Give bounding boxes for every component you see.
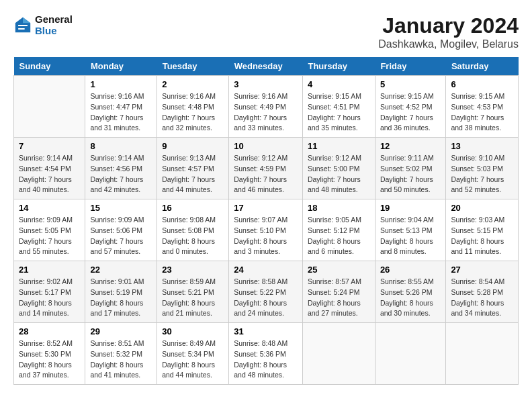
- calendar-cell: 14Sunrise: 9:09 AMSunset: 5:05 PMDayligh…: [14, 199, 85, 261]
- day-number: 3: [234, 79, 298, 89]
- calendar-cell: 20Sunrise: 9:03 AMSunset: 5:15 PMDayligh…: [446, 199, 519, 261]
- calendar-cell: 5Sunrise: 9:15 AMSunset: 4:52 PMDaylight…: [375, 76, 446, 138]
- day-info: Sunrise: 8:54 AMSunset: 5:28 PMDaylight:…: [451, 277, 513, 319]
- calendar-cell: [375, 323, 446, 385]
- day-number: 26: [380, 265, 441, 275]
- weekday-header-row: SundayMondayTuesdayWednesdayThursdayFrid…: [14, 57, 519, 76]
- day-number: 9: [162, 141, 224, 151]
- weekday-header-tuesday: Tuesday: [157, 57, 229, 76]
- calendar-cell: 12Sunrise: 9:11 AMSunset: 5:02 PMDayligh…: [375, 138, 446, 199]
- day-number: 11: [308, 141, 370, 151]
- day-info: Sunrise: 9:15 AMSunset: 4:52 PMDaylight:…: [380, 91, 441, 134]
- week-row-0: 1Sunrise: 9:16 AMSunset: 4:47 PMDaylight…: [14, 76, 519, 138]
- weekday-header-saturday: Saturday: [446, 57, 519, 76]
- calendar-cell: 16Sunrise: 9:08 AMSunset: 5:08 PMDayligh…: [157, 199, 229, 261]
- calendar-cell: 25Sunrise: 8:57 AMSunset: 5:24 PMDayligh…: [302, 261, 375, 323]
- calendar-cell: 30Sunrise: 8:49 AMSunset: 5:34 PMDayligh…: [157, 323, 229, 385]
- day-info: Sunrise: 9:11 AMSunset: 5:02 PMDaylight:…: [380, 153, 441, 195]
- calendar-cell: 6Sunrise: 9:15 AMSunset: 4:53 PMDaylight…: [446, 76, 519, 138]
- day-number: 29: [90, 326, 152, 336]
- calendar-cell: 15Sunrise: 9:09 AMSunset: 5:06 PMDayligh…: [85, 199, 157, 261]
- calendar-cell: [302, 323, 375, 385]
- day-info: Sunrise: 8:52 AMSunset: 5:30 PMDaylight:…: [19, 338, 80, 381]
- day-info: Sunrise: 8:57 AMSunset: 5:24 PMDaylight:…: [308, 277, 370, 319]
- day-number: 27: [451, 265, 513, 275]
- logo-text: General Blue: [35, 13, 73, 36]
- calendar-cell: [446, 323, 519, 385]
- calendar-cell: 10Sunrise: 9:12 AMSunset: 4:59 PMDayligh…: [229, 138, 303, 199]
- day-info: Sunrise: 9:16 AMSunset: 4:49 PMDaylight:…: [234, 91, 298, 134]
- day-info: Sunrise: 9:10 AMSunset: 5:03 PMDaylight:…: [451, 153, 513, 195]
- day-info: Sunrise: 9:02 AMSunset: 5:17 PMDaylight:…: [19, 277, 80, 319]
- day-number: 8: [90, 141, 152, 151]
- day-info: Sunrise: 9:08 AMSunset: 5:08 PMDaylight:…: [162, 215, 224, 257]
- calendar-cell: 28Sunrise: 8:52 AMSunset: 5:30 PMDayligh…: [14, 323, 85, 385]
- day-number: 30: [162, 326, 224, 336]
- day-number: 17: [234, 203, 298, 213]
- calendar-cell: 4Sunrise: 9:15 AMSunset: 4:51 PMDaylight…: [302, 76, 375, 138]
- day-number: 23: [162, 265, 224, 275]
- day-number: 22: [90, 265, 152, 275]
- logo: General Blue: [13, 13, 73, 36]
- day-number: 18: [308, 203, 370, 213]
- day-number: 6: [451, 79, 513, 89]
- weekday-header-wednesday: Wednesday: [229, 57, 303, 76]
- calendar-cell: 3Sunrise: 9:16 AMSunset: 4:49 PMDaylight…: [229, 76, 303, 138]
- day-info: Sunrise: 9:04 AMSunset: 5:13 PMDaylight:…: [380, 215, 441, 257]
- calendar-cell: 9Sunrise: 9:13 AMSunset: 4:57 PMDaylight…: [157, 138, 229, 199]
- day-info: Sunrise: 8:51 AMSunset: 5:32 PMDaylight:…: [90, 338, 152, 381]
- svg-rect-2: [18, 25, 28, 26]
- calendar-cell: [14, 76, 85, 138]
- calendar-subtitle: Dashkawka, Mogilev, Belarus: [378, 38, 519, 50]
- calendar-cell: 11Sunrise: 9:12 AMSunset: 5:00 PMDayligh…: [302, 138, 375, 199]
- calendar-cell: 19Sunrise: 9:04 AMSunset: 5:13 PMDayligh…: [375, 199, 446, 261]
- day-number: 10: [234, 141, 298, 151]
- calendar-table: SundayMondayTuesdayWednesdayThursdayFrid…: [13, 57, 519, 385]
- day-info: Sunrise: 9:16 AMSunset: 4:48 PMDaylight:…: [162, 91, 224, 134]
- calendar-cell: 18Sunrise: 9:05 AMSunset: 5:12 PMDayligh…: [302, 199, 375, 261]
- svg-marker-1: [23, 17, 30, 23]
- weekday-header-friday: Friday: [375, 57, 446, 76]
- logo-icon: [13, 15, 32, 34]
- day-number: 21: [19, 265, 80, 275]
- day-number: 4: [308, 79, 370, 89]
- calendar-cell: 8Sunrise: 9:14 AMSunset: 4:56 PMDaylight…: [85, 138, 157, 199]
- day-number: 19: [380, 203, 441, 213]
- week-row-2: 14Sunrise: 9:09 AMSunset: 5:05 PMDayligh…: [14, 199, 519, 261]
- day-number: 15: [90, 203, 152, 213]
- day-info: Sunrise: 9:14 AMSunset: 4:54 PMDaylight:…: [19, 153, 80, 195]
- day-info: Sunrise: 9:09 AMSunset: 5:05 PMDaylight:…: [19, 215, 80, 257]
- day-info: Sunrise: 9:15 AMSunset: 4:53 PMDaylight:…: [451, 91, 513, 134]
- day-info: Sunrise: 9:07 AMSunset: 5:10 PMDaylight:…: [234, 215, 298, 257]
- calendar-cell: 29Sunrise: 8:51 AMSunset: 5:32 PMDayligh…: [85, 323, 157, 385]
- day-number: 16: [162, 203, 224, 213]
- weekday-header-sunday: Sunday: [14, 57, 85, 76]
- day-number: 28: [19, 326, 80, 336]
- day-info: Sunrise: 9:12 AMSunset: 5:00 PMDaylight:…: [308, 153, 370, 195]
- title-block: January 2024 Dashkawka, Mogilev, Belarus: [378, 13, 519, 50]
- calendar-cell: 17Sunrise: 9:07 AMSunset: 5:10 PMDayligh…: [229, 199, 303, 261]
- day-number: 20: [451, 203, 513, 213]
- calendar-cell: 31Sunrise: 8:48 AMSunset: 5:36 PMDayligh…: [229, 323, 303, 385]
- day-info: Sunrise: 9:14 AMSunset: 4:56 PMDaylight:…: [90, 153, 152, 195]
- day-info: Sunrise: 9:03 AMSunset: 5:15 PMDaylight:…: [451, 215, 513, 257]
- calendar-cell: 26Sunrise: 8:55 AMSunset: 5:26 PMDayligh…: [375, 261, 446, 323]
- day-info: Sunrise: 9:05 AMSunset: 5:12 PMDaylight:…: [308, 215, 370, 257]
- week-row-3: 21Sunrise: 9:02 AMSunset: 5:17 PMDayligh…: [14, 261, 519, 323]
- day-info: Sunrise: 9:13 AMSunset: 4:57 PMDaylight:…: [162, 153, 224, 195]
- day-number: 13: [451, 141, 513, 151]
- day-info: Sunrise: 8:49 AMSunset: 5:34 PMDaylight:…: [162, 338, 224, 381]
- day-number: 14: [19, 203, 80, 213]
- day-info: Sunrise: 8:48 AMSunset: 5:36 PMDaylight:…: [234, 338, 298, 381]
- calendar-cell: 24Sunrise: 8:58 AMSunset: 5:22 PMDayligh…: [229, 261, 303, 323]
- day-number: 1: [90, 79, 152, 89]
- calendar-title: January 2024: [378, 13, 519, 38]
- day-number: 7: [19, 141, 80, 151]
- calendar-cell: 22Sunrise: 9:01 AMSunset: 5:19 PMDayligh…: [85, 261, 157, 323]
- day-number: 24: [234, 265, 298, 275]
- day-number: 12: [380, 141, 441, 151]
- day-info: Sunrise: 8:59 AMSunset: 5:21 PMDaylight:…: [162, 277, 224, 319]
- day-info: Sunrise: 9:01 AMSunset: 5:19 PMDaylight:…: [90, 277, 152, 319]
- calendar-cell: 2Sunrise: 9:16 AMSunset: 4:48 PMDaylight…: [157, 76, 229, 138]
- day-info: Sunrise: 9:12 AMSunset: 4:59 PMDaylight:…: [234, 153, 298, 195]
